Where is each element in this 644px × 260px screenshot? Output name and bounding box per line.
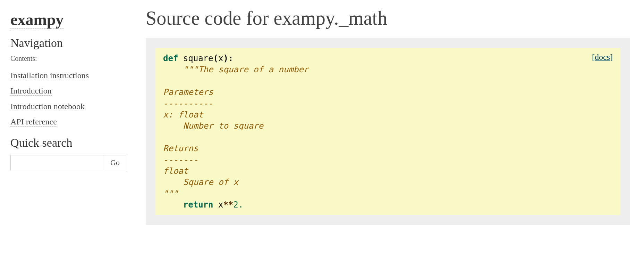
docstring-line: x: float (163, 110, 203, 120)
docs-link-wrapper: [docs] (592, 51, 613, 63)
main-content: Source code for exampy._math [docs]def s… (139, 0, 644, 239)
paren-open: ( (213, 54, 218, 63)
docstring-line: Parameters (163, 87, 213, 97)
nav-list: Installation instructions Introduction I… (10, 69, 128, 129)
func-name: square (183, 54, 213, 63)
page-title: Source code for exampy._math (146, 7, 630, 29)
paren-close-colon: ): (223, 54, 233, 63)
code-container: [docs]def square(x): """The square of a … (146, 38, 630, 225)
nav-link-introduction[interactable]: Introduction (10, 86, 52, 96)
kw-return: return (183, 200, 213, 210)
nav-item: Introduction notebook (10, 100, 128, 113)
ret-num: 2. (233, 200, 243, 210)
ret-op: ** (223, 200, 233, 210)
docstring-line: ---------- (163, 99, 213, 108)
site-logo-link[interactable]: exampy (10, 11, 63, 29)
docstring-line: Number to square (163, 121, 263, 131)
search-heading: Quick search (10, 136, 128, 149)
source-code: [docs]def square(x): """The square of a … (155, 48, 620, 215)
site-logo: exampy (10, 10, 128, 29)
docstring-line: float (163, 166, 188, 176)
contents-caption: Contents: (10, 55, 128, 63)
search-input[interactable] (10, 155, 104, 170)
search-form: Go (10, 155, 128, 170)
nav-item: Introduction (10, 84, 128, 97)
nav-link-installation[interactable]: Installation instructions (10, 71, 89, 80)
nav-heading: Navigation (10, 36, 128, 50)
nav-link-introduction-notebook[interactable]: Introduction notebook (10, 102, 85, 111)
docstring-line: ------- (163, 155, 198, 165)
docstring-line: Square of x (163, 177, 238, 187)
nav-item: API reference (10, 115, 128, 128)
sidebar: exampy Navigation Contents: Installation… (0, 0, 139, 181)
nav-item: Installation instructions (10, 69, 128, 82)
param-x: x (218, 54, 223, 63)
kw-def: def (163, 54, 178, 63)
docstring-line: """The square of a number (163, 65, 308, 74)
docstring-line: Returns (163, 144, 198, 153)
docstring-line: """ (163, 189, 178, 198)
docs-link[interactable]: docs (595, 52, 610, 62)
search-go-button[interactable]: Go (104, 155, 126, 170)
nav-link-api-reference[interactable]: API reference (10, 117, 57, 127)
ret-name: x (218, 200, 223, 210)
